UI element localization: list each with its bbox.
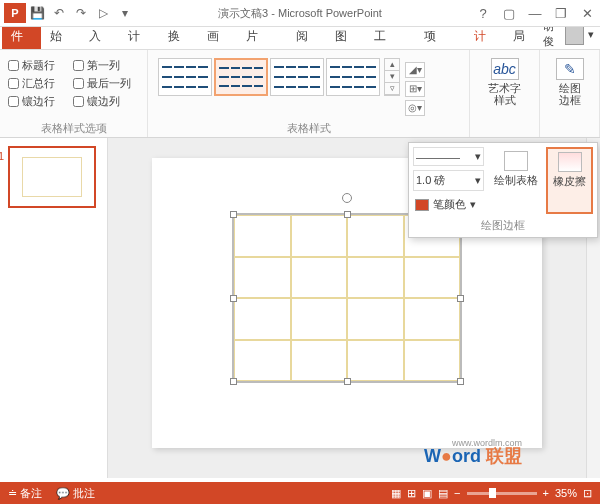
table-style-2[interactable] (214, 58, 268, 96)
check-banded-row[interactable]: 镶边行 (8, 94, 63, 109)
resize-handle[interactable] (230, 295, 237, 302)
wordart-button[interactable]: abc 艺术字样式 (478, 54, 531, 110)
resize-handle[interactable] (457, 295, 464, 302)
resize-handle[interactable] (457, 378, 464, 385)
check-last-col[interactable]: 最后一列 (73, 76, 139, 91)
chevron-down-icon: ▾ (470, 198, 476, 211)
thumb-table-icon (22, 157, 82, 197)
view-sorter-icon[interactable]: ⊞ (407, 487, 416, 500)
pen-icon: ✎ (556, 58, 584, 80)
eraser-button[interactable]: 橡皮擦 (546, 147, 593, 214)
check-first-col[interactable]: 第一列 (73, 58, 139, 73)
chevron-down-icon: ▾ (475, 150, 481, 163)
borders-button[interactable]: ⊞▾ (405, 81, 425, 97)
notes-button[interactable]: ≐ 备注 (8, 486, 42, 501)
minimize-icon[interactable]: ― (526, 6, 544, 21)
resize-handle[interactable] (344, 211, 351, 218)
pen-color-icon (415, 199, 429, 211)
selected-table[interactable] (232, 213, 462, 383)
rotate-handle[interactable] (342, 193, 352, 203)
resize-handle[interactable] (344, 378, 351, 385)
table-style-4[interactable] (326, 58, 380, 96)
table-style-1[interactable] (158, 58, 212, 96)
table-style-scroll[interactable]: ▴▾▿ (384, 58, 400, 96)
draw-table-button[interactable]: 绘制表格 (488, 147, 544, 214)
qat-more-icon[interactable]: ▾ (116, 4, 134, 22)
eraser-icon (558, 152, 582, 172)
save-icon[interactable]: 💾 (28, 4, 46, 22)
zoom-level[interactable]: 35% (555, 487, 577, 499)
window-title: 演示文稿3 - Microsoft PowerPoint (218, 6, 382, 21)
view-reading-icon[interactable]: ▣ (422, 487, 432, 500)
wordart-icon: abc (491, 58, 519, 80)
zoom-slider[interactable] (467, 492, 537, 495)
check-header-row[interactable]: 标题行 (8, 58, 63, 73)
restore-icon[interactable]: ❐ (552, 6, 570, 21)
check-total-row[interactable]: 汇总行 (8, 76, 63, 91)
chevron-down-icon: ▾ (475, 174, 481, 187)
comments-button[interactable]: 💬 批注 (56, 486, 95, 501)
group-table-styles: 表格样式 (148, 121, 469, 136)
shading-button[interactable]: ◢▾ (405, 62, 425, 78)
table-style-3[interactable] (270, 58, 324, 96)
zoom-in-icon[interactable]: + (543, 487, 549, 499)
slide-thumbnail-1[interactable]: 1 (8, 146, 96, 208)
check-banded-col[interactable]: 镶边列 (73, 94, 139, 109)
resize-handle[interactable] (230, 211, 237, 218)
app-icon: P (4, 3, 26, 23)
draw-table-icon (504, 151, 528, 171)
help-icon[interactable]: ? (474, 6, 492, 21)
draw-border-button[interactable]: ✎ 绘图边框 (548, 54, 591, 110)
zoom-out-icon[interactable]: − (454, 487, 460, 499)
watermark: W●ord 联盟 (424, 444, 522, 468)
undo-icon[interactable]: ↶ (50, 4, 68, 22)
resize-handle[interactable] (230, 378, 237, 385)
redo-icon[interactable]: ↷ (72, 4, 90, 22)
view-slideshow-icon[interactable]: ▤ (438, 487, 448, 500)
effects-button[interactable]: ◎▾ (405, 100, 425, 116)
view-normal-icon[interactable]: ▦ (391, 487, 401, 500)
start-icon[interactable]: ▷ (94, 4, 112, 22)
line-style-select[interactable]: ————▾ (413, 147, 484, 166)
ribbon-toggle-icon[interactable]: ▢ (500, 6, 518, 21)
panel-label: 绘图边框 (413, 218, 593, 233)
group-table-options: 表格样式选项 (0, 121, 147, 136)
draw-border-panel: ————▾ 1.0 磅▾ 笔颜色▾ 绘制表格 橡皮擦 绘图边框 (408, 142, 598, 238)
close-icon[interactable]: ✕ (578, 6, 596, 21)
user-dropdown-icon[interactable]: ▾ (588, 28, 594, 41)
fit-icon[interactable]: ⊡ (583, 487, 592, 500)
pen-color-select[interactable]: 笔颜色▾ (413, 195, 484, 214)
thumb-number: 1 (0, 150, 4, 162)
line-weight-select[interactable]: 1.0 磅▾ (413, 170, 484, 191)
